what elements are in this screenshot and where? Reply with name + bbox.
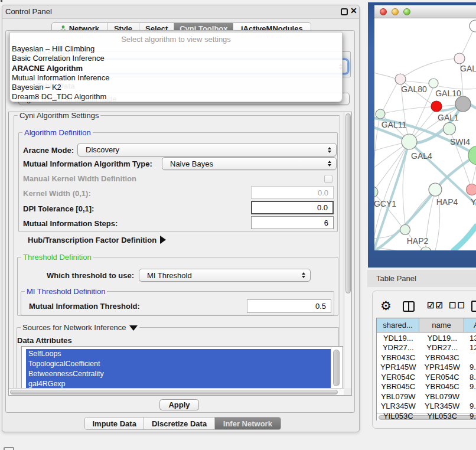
split-columns-icon[interactable] bbox=[403, 301, 415, 312]
table-panel-title: Table Panel bbox=[376, 274, 416, 283]
aracne-mode-combo[interactable]: Discovery bbox=[77, 143, 337, 156]
table-cell: YBR045C bbox=[420, 382, 465, 392]
network-canvas[interactable]: GAL2GAL80GAL10GAL1GAL11SWI4GAL4GCY1HAP4Y… bbox=[374, 18, 476, 250]
attribute-item[interactable]: TopologicalCoefficient bbox=[26, 359, 331, 369]
network-node-label: Y bbox=[471, 197, 476, 207]
network-node[interactable] bbox=[468, 146, 476, 165]
which-threshold-value: MI Threshold bbox=[147, 271, 192, 280]
network-node[interactable] bbox=[454, 53, 465, 64]
network-edge bbox=[442, 105, 455, 106]
algorithm-option[interactable]: ARACNE Algorithm bbox=[10, 64, 342, 73]
settings-hscrollbar-thumb[interactable] bbox=[10, 390, 338, 394]
bottom-tabbar: Impute DataDiscretize DataInfer Network bbox=[84, 417, 281, 430]
table-cell: YIL053C bbox=[420, 411, 465, 420]
manual-kernel-label: Manual Kernel Width Definition bbox=[23, 174, 136, 183]
network-node[interactable] bbox=[470, 20, 476, 32]
network-node[interactable] bbox=[444, 123, 456, 135]
network-node-label: GAL80 bbox=[401, 84, 427, 94]
table-panel: ⚙ ☑☑ ☐☐ shared...nameA YDL19...YDL19...1… bbox=[372, 291, 476, 429]
zoom-traffic-light-icon[interactable] bbox=[403, 8, 410, 15]
sources-collapse-arrow-icon[interactable] bbox=[129, 325, 138, 331]
which-threshold-label: Which threshold to use: bbox=[47, 271, 134, 280]
algorithm-option[interactable]: Dream8 DC_TDC Algorithm bbox=[10, 92, 342, 102]
minimize-traffic-light-icon[interactable] bbox=[392, 8, 399, 15]
settings-hscrollbar[interactable] bbox=[9, 388, 344, 395]
table-row[interactable]: YLR345WYLR345W9. bbox=[377, 402, 476, 412]
desktop-artifact bbox=[1, 0, 2, 2]
network-edge bbox=[400, 58, 459, 79]
attribute-item[interactable]: BetweennessCentrality bbox=[26, 369, 331, 379]
table-row[interactable]: YDR27...YDR27...12. bbox=[377, 343, 476, 353]
algorithm-definition-title: Algorithm Definition bbox=[22, 128, 93, 137]
dpi-tolerance-label: DPI Tolerance [0,1]: bbox=[23, 204, 94, 213]
network-node[interactable] bbox=[467, 184, 476, 195]
network-node[interactable] bbox=[429, 183, 442, 196]
algorithm-option[interactable]: Bayesian – Hill Climbing bbox=[10, 44, 342, 54]
table-row[interactable]: YBR045CYBR045C9. bbox=[377, 382, 476, 392]
gear-icon[interactable]: ⚙ bbox=[380, 299, 392, 312]
partial-button[interactable] bbox=[4, 447, 14, 450]
manual-kernel-checkbox[interactable] bbox=[324, 175, 332, 183]
network-node-label: GAL10 bbox=[435, 89, 461, 98]
which-threshold-combo[interactable]: MI Threshold bbox=[139, 269, 311, 282]
mi-steps-field[interactable]: 6 bbox=[251, 216, 334, 229]
algorithm-option[interactable]: Bayesian – K2 bbox=[10, 83, 342, 92]
data-attributes-list[interactable]: gal4RGexpBetweennessCentralityTopologica… bbox=[21, 346, 343, 389]
aracne-mode-value: Discovery bbox=[86, 145, 119, 154]
network-node[interactable] bbox=[429, 79, 438, 88]
network-node[interactable] bbox=[455, 96, 471, 112]
network-node[interactable] bbox=[431, 101, 442, 112]
mi-steps-label: Mutual Information Steps: bbox=[23, 219, 118, 228]
table-row[interactable]: YDL19...YDL19...13. bbox=[377, 333, 476, 343]
combo-arrows-icon bbox=[327, 144, 332, 156]
table-cell: 9. bbox=[465, 402, 476, 412]
file-icon[interactable] bbox=[471, 301, 476, 312]
table-row[interactable]: YBL079WYBL079W bbox=[377, 392, 476, 402]
table-cell: YDR27... bbox=[420, 343, 465, 353]
settings-vscrollbar[interactable] bbox=[344, 112, 351, 389]
kernel-width-field[interactable]: 0.0 bbox=[251, 186, 334, 199]
algorithm-option[interactable]: Basic Correlation Inference bbox=[10, 54, 342, 63]
settings-vscrollbar-thumb[interactable] bbox=[345, 113, 351, 294]
close-icon[interactable]: ✕ bbox=[350, 6, 357, 15]
table-row[interactable]: YBR043CYBR043C bbox=[377, 353, 476, 363]
hub-expand-arrow-icon[interactable] bbox=[160, 236, 166, 244]
attr-list-scrollbar[interactable] bbox=[331, 347, 342, 387]
dpi-tolerance-field[interactable]: 0.0 bbox=[251, 201, 334, 214]
table-row[interactable]: YPR145WYPR145W9. bbox=[377, 363, 476, 373]
attr-list-scrollbar-thumb[interactable] bbox=[333, 350, 340, 386]
checked-pair-icon[interactable]: ☑☑ bbox=[427, 301, 444, 310]
control-panel-titlebar[interactable]: Control Panel ✕ bbox=[2, 5, 359, 19]
mi-threshold-field[interactable]: 0.5 bbox=[247, 299, 331, 313]
network-node-label: HAP4 bbox=[436, 197, 458, 207]
table-column-header[interactable]: shared... bbox=[377, 318, 419, 332]
close-traffic-light-icon[interactable] bbox=[380, 8, 387, 15]
network-node[interactable] bbox=[376, 109, 385, 119]
table-row[interactable]: YER054CYER054C8. bbox=[377, 372, 476, 382]
tab-label: Impute Data bbox=[92, 419, 136, 428]
table-cell: YDL19... bbox=[377, 333, 420, 343]
attribute-item[interactable]: gal4RGexp bbox=[26, 379, 331, 389]
tab-discretize-data[interactable]: Discretize Data bbox=[144, 418, 214, 429]
network-window-titlebar[interactable] bbox=[374, 5, 476, 18]
network-node[interactable] bbox=[402, 134, 417, 149]
table-column-header[interactable]: name bbox=[419, 318, 464, 332]
network-node[interactable] bbox=[420, 247, 431, 250]
table-cell bbox=[465, 392, 476, 402]
table-row[interactable]: YIL053CYIL053C9. bbox=[377, 411, 476, 420]
algorithm-option[interactable]: Mutual Information Inference bbox=[10, 73, 342, 83]
table-cell bbox=[465, 353, 476, 363]
float-window-icon[interactable] bbox=[341, 8, 348, 15]
network-node[interactable] bbox=[374, 187, 378, 197]
attribute-item[interactable]: SelfLoops bbox=[26, 349, 331, 359]
tab-impute-data[interactable]: Impute Data bbox=[85, 418, 144, 429]
mi-type-combo[interactable]: Naive Bayes bbox=[162, 157, 337, 170]
table-cell: 13. bbox=[465, 333, 476, 343]
apply-button[interactable]: Apply bbox=[159, 399, 199, 410]
network-node[interactable] bbox=[400, 225, 410, 235]
tab-infer-network[interactable]: Infer Network bbox=[215, 418, 281, 429]
table-panel-titlebar[interactable]: Table Panel bbox=[367, 270, 476, 287]
network-node[interactable] bbox=[395, 74, 406, 84]
table-column-header[interactable]: A bbox=[464, 318, 476, 332]
unchecked-pair-icon[interactable]: ☐☐ bbox=[449, 301, 466, 310]
